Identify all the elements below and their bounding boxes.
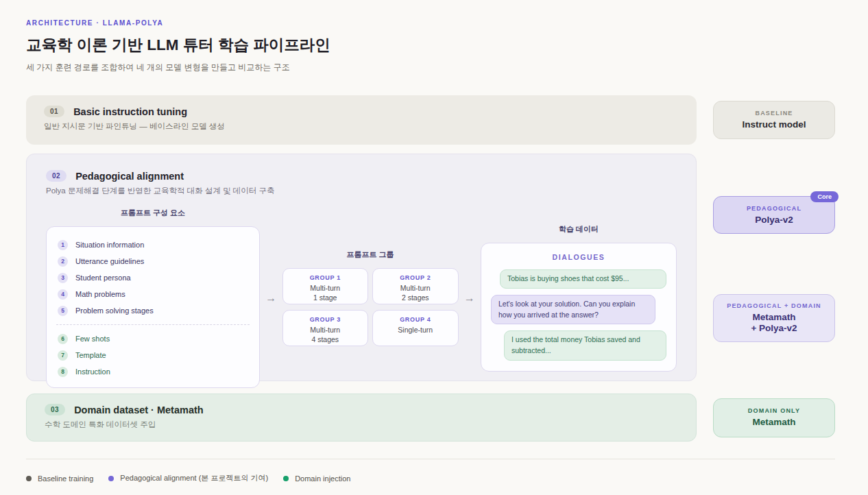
page-header: ARCHITECTURE · LLAMA-POLYA 교육학 이론 기반 LLM… — [26, 19, 835, 73]
dialogues-box: DIALOGUES Tobias is buying shoes that co… — [481, 243, 677, 372]
group-detail: Multi-turn — [376, 283, 455, 293]
item-label: Instruction — [75, 367, 110, 376]
page-title: 교육학 이론 기반 LLM 튜터 학습 파이프라인 — [26, 34, 835, 56]
footer-divider — [26, 459, 835, 459]
dialogues-title: DIALOGUES — [491, 253, 666, 261]
chat-bubble-student: I used the total money Tobias saved and … — [504, 330, 666, 361]
item-number-badge: 8 — [58, 367, 68, 377]
flow-arrow-icon: → — [260, 292, 282, 304]
item-label: Situation information — [75, 241, 144, 249]
legend-item-domain: Domain injection — [283, 474, 350, 483]
model-baseline-tag: BASELINE — [755, 110, 793, 117]
item-label: Student persona — [75, 274, 131, 282]
stage-3-title: Domain dataset · Metamath — [74, 405, 204, 415]
prompt-groups-grid: GROUP 1 Multi-turn 1 stage GROUP 2 Multi… — [282, 268, 459, 346]
group-detail: Multi-turn — [286, 283, 365, 293]
group-detail: Single-turn — [376, 325, 455, 335]
stage-2-model-column: Core PEDAGOGICAL Polya-v2 PEDAGOGICAL + … — [713, 154, 835, 381]
stage-2-number-badge: 02 — [46, 170, 67, 182]
model-card-pedagogical: Core PEDAGOGICAL Polya-v2 — [713, 196, 835, 234]
stage-3-header: 03 Domain dataset · Metamath — [45, 404, 678, 415]
legend-label: Domain injection — [295, 474, 350, 483]
item-label: Problem solving stages — [75, 306, 154, 315]
prompt-components-column: 프롬프트 구성 요소 1 Situation information 2 Utt… — [46, 208, 260, 388]
model-card-baseline: BASELINE Instruct model — [713, 101, 835, 139]
item-label: Utterance guidelines — [75, 257, 144, 265]
group-card: GROUP 2 Multi-turn 2 stages — [372, 268, 459, 304]
row-stage-3: 03 Domain dataset · Metamath 수학 도메인 특화 데… — [26, 394, 835, 442]
stage-1-title: Basic instruction tuning — [73, 106, 187, 117]
model-pedagogical-domain-name: Metamath + Polya-v2 — [751, 312, 797, 333]
item-number-badge: 7 — [58, 350, 68, 361]
stage-2-columns: 프롬프트 구성 요소 1 Situation information 2 Utt… — [46, 208, 677, 388]
item-number-badge: 4 — [58, 289, 68, 300]
eyebrow-label: ARCHITECTURE · LLAMA-POLYA — [26, 19, 835, 27]
item-number-badge: 5 — [58, 306, 68, 316]
legend-dot-purple-icon — [108, 476, 114, 481]
stage-1-header: 01 Basic instruction tuning — [44, 106, 679, 117]
model-pedagogical-domain-tag: PEDAGOGICAL + DOMAIN — [727, 302, 821, 309]
model-name-line: Metamath — [751, 312, 797, 323]
group-card: GROUP 1 Multi-turn 1 stage — [282, 268, 369, 304]
stage-3-description: 수학 도메인 특화 데이터셋 주입 — [45, 420, 678, 430]
list-item: 2 Utterance guidelines — [47, 253, 259, 269]
group-detail: 2 stages — [376, 293, 455, 302]
prompt-components-box: 1 Situation information 2 Utterance guid… — [46, 226, 260, 388]
list-item: 5 Problem solving stages — [47, 302, 259, 319]
group-detail: 1 stage — [286, 293, 365, 302]
list-item: 8 Instruction — [47, 363, 259, 380]
item-label: Template — [75, 351, 106, 359]
list-item: 6 Few shots — [47, 330, 259, 347]
legend: Baseline training Pedagogical alignment … — [26, 473, 835, 483]
stage-3-number-badge: 03 — [45, 404, 65, 415]
group-name: GROUP 1 — [286, 274, 365, 281]
legend-dot-gray-icon — [26, 476, 32, 481]
group-card: GROUP 4 Single-turn — [372, 310, 459, 346]
item-number-badge: 6 — [58, 334, 68, 344]
list-item: 7 Template — [47, 347, 259, 363]
stage-2-title: Pedagogical alignment — [75, 171, 184, 182]
legend-item-pedagogical: Pedagogical alignment (본 프로젝트의 기여) — [108, 473, 268, 483]
group-detail: 4 stages — [286, 335, 365, 344]
core-badge: Core — [810, 191, 839, 202]
chat-bubble-tutor: Let's look at your solution. Can you exp… — [491, 295, 655, 325]
item-number-badge: 3 — [58, 273, 68, 283]
item-label: Few shots — [75, 335, 110, 343]
stage-2-panel: 02 Pedagogical alignment Polya 문제해결 단계를 … — [26, 154, 697, 381]
group-card: GROUP 3 Multi-turn 4 stages — [282, 310, 369, 346]
item-number-badge: 1 — [58, 240, 68, 250]
prompt-groups-label: 프롬프트 그룹 — [282, 250, 459, 260]
flow-arrow-icon: → — [459, 292, 481, 304]
model-pedagogical-name: Polya-v2 — [755, 215, 793, 226]
legend-item-baseline: Baseline training — [26, 474, 93, 483]
group-name: GROUP 4 — [376, 316, 455, 323]
row-stage-2: 02 Pedagogical alignment Polya 문제해결 단계를 … — [26, 154, 835, 381]
item-label: Math problems — [75, 290, 125, 298]
group-detail: Multi-turn — [286, 325, 365, 335]
group-name: GROUP 2 — [376, 274, 455, 281]
group-name: GROUP 3 — [286, 316, 365, 323]
legend-label: Baseline training — [38, 474, 93, 483]
stage-1-model-column: BASELINE Instruct model — [713, 95, 835, 145]
training-data-label: 학습 데이터 — [481, 224, 677, 234]
chat-bubble-student: Tobias is buying shoes that cost $95... — [500, 269, 666, 289]
model-domain-only-tag: DOMAIN ONLY — [748, 407, 800, 414]
training-data-column: 학습 데이터 DIALOGUES Tobias is buying shoes … — [481, 224, 677, 372]
model-pedagogical-tag: PEDAGOGICAL — [747, 205, 801, 212]
prompt-components-label: 프롬프트 구성 요소 — [46, 208, 260, 218]
stage-2-description: Polya 문제해결 단계를 반영한 교육학적 대화 설계 및 데이터 구축 — [46, 186, 677, 196]
page: ARCHITECTURE · LLAMA-POLYA 교육학 이론 기반 LLM… — [0, 0, 868, 495]
stage-3-model-column: DOMAIN ONLY Metamath — [713, 394, 835, 442]
model-domain-only-name: Metamath — [752, 417, 795, 428]
model-card-domain-only: DOMAIN ONLY Metamath — [713, 398, 835, 437]
model-baseline-name: Instruct model — [742, 119, 806, 130]
list-item: 1 Situation information — [47, 237, 259, 253]
legend-dot-green-icon — [283, 476, 289, 481]
stage-1-description: 일반 지시문 기반 파인튜닝 — 베이스라인 모델 생성 — [44, 121, 679, 132]
page-subtitle: 세 가지 훈련 경로를 조합하여 네 개의 모델 변형을 만들고 비교하는 구조 — [26, 62, 835, 73]
model-name-line: + Polya-v2 — [751, 323, 797, 334]
list-item: 4 Math problems — [47, 286, 259, 302]
legend-label: Pedagogical alignment (본 프로젝트의 기여) — [120, 473, 268, 483]
list-item: 3 Student persona — [47, 269, 259, 286]
components-divider — [56, 324, 250, 325]
